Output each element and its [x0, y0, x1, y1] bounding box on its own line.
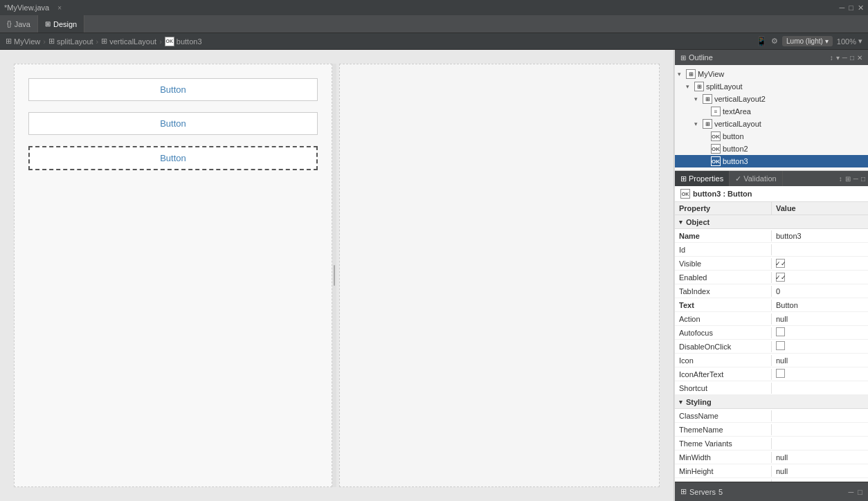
- tab-validation-label: Validation: [743, 174, 777, 183]
- sep3: ›: [159, 37, 162, 46]
- main-container: Button Button Button ⊞ Outline ↕ ▾ ─ □ ✕: [0, 50, 868, 501]
- outline-maximize-icon[interactable]: □: [850, 54, 854, 62]
- prop-enabled-value[interactable]: ✓: [772, 271, 868, 284]
- window-controls: ─ □ ✕: [840, 3, 864, 12]
- tree-button1[interactable]: OK button: [675, 130, 868, 143]
- outline-header: ⊞ Outline ↕ ▾ ─ □ ✕: [675, 50, 868, 65]
- button3[interactable]: Button: [28, 146, 318, 170]
- breadcrumb-vlayout-label: verticalLayout: [109, 37, 156, 46]
- prop-tabindex-value[interactable]: 0: [772, 286, 868, 297]
- prop-themevariants-label: Theme Variants: [675, 438, 772, 449]
- outline-close-icon[interactable]: ✕: [857, 54, 862, 62]
- col-property: Property: [675, 202, 772, 215]
- tab-validation[interactable]: ✓ Validation: [730, 171, 783, 186]
- outline-minimize-icon[interactable]: ─: [842, 54, 847, 62]
- tree-verticallayout[interactable]: ▾ ⊞ verticalLayout: [675, 118, 868, 130]
- mobile-icon[interactable]: 📱: [756, 36, 767, 46]
- tree-button3[interactable]: OK button3: [675, 155, 868, 167]
- button1[interactable]: Button: [28, 78, 318, 101]
- minimize-icon[interactable]: ─: [840, 3, 845, 12]
- tab-properties-label: Properties: [689, 174, 723, 183]
- button2[interactable]: Button: [28, 112, 318, 135]
- tab-design-label: Design: [53, 20, 77, 28]
- props-minimize-icon[interactable]: ─: [853, 175, 858, 183]
- prop-shortcut-label: Shortcut: [675, 383, 772, 394]
- theme-icon[interactable]: ⚙: [771, 37, 778, 46]
- section-object[interactable]: ▾ Object: [675, 215, 868, 229]
- prop-name-value[interactable]: button3: [772, 230, 868, 242]
- breadcrumb-myview[interactable]: ⊞ MyView: [6, 37, 40, 46]
- autofocus-checkbox[interactable]: [776, 327, 785, 336]
- tree-button2[interactable]: OK button2: [675, 143, 868, 155]
- file-close[interactable]: ×: [57, 4, 62, 12]
- prop-themename-value[interactable]: [772, 428, 868, 431]
- prop-name: Name button3: [675, 229, 868, 243]
- prop-classname: ClassName: [675, 409, 868, 423]
- col-value: Value: [772, 202, 868, 215]
- visible-checkbox[interactable]: ✓: [776, 259, 785, 268]
- prop-iconaftertext-label: IconAfterText: [675, 369, 772, 380]
- b3-icon: OK: [711, 156, 721, 166]
- properties-panel: ⊞ Properties ✓ Validation ↕ ⊞ ─ □ OK but…: [675, 170, 868, 482]
- enabled-checkbox[interactable]: ✓: [776, 273, 785, 282]
- prop-text-value[interactable]: Button: [772, 300, 868, 311]
- server-minimize-icon[interactable]: ─: [849, 488, 854, 496]
- maximize-icon[interactable]: □: [849, 3, 853, 12]
- tree-button3-label: button3: [723, 157, 748, 165]
- props-filter-icon[interactable]: ⊞: [845, 175, 851, 183]
- prop-iconaftertext: IconAfterText: [675, 367, 868, 381]
- breadcrumb-splitlayout[interactable]: ⊞ splitLayout: [48, 37, 93, 46]
- prop-visible-value[interactable]: ✓: [772, 257, 868, 270]
- prop-tabindex: TabIndex 0: [675, 284, 868, 298]
- split-handle[interactable]: [332, 64, 336, 487]
- styling-arrow: ▾: [675, 399, 686, 406]
- outline-sort-icon[interactable]: ↕: [830, 54, 833, 62]
- prop-disableonclick-value[interactable]: [772, 340, 868, 353]
- tab-design[interactable]: ⊞ Design: [38, 15, 84, 33]
- split-right-panel: [339, 64, 660, 487]
- splitlayout-icon: ⊞: [694, 82, 704, 91]
- tab-java[interactable]: {} Java: [0, 15, 38, 33]
- iconaftertext-checkbox[interactable]: [776, 369, 785, 378]
- tab-properties[interactable]: ⊞ Properties: [675, 171, 730, 186]
- breadcrumb-button3[interactable]: OK button3: [165, 37, 202, 46]
- prop-classname-label: ClassName: [675, 410, 772, 421]
- section-styling[interactable]: ▾ Styling: [675, 395, 868, 409]
- tree-myview[interactable]: ▾ ⊞ MyView: [675, 68, 868, 80]
- prop-iconaftertext-value[interactable]: [772, 367, 868, 381]
- tree-textarea[interactable]: ≡ textArea: [675, 105, 868, 118]
- props-title: OK button3 : Button: [675, 186, 868, 202]
- myview-icon: ⊞: [686, 69, 696, 79]
- props-tabs: ⊞ Properties ✓ Validation ↕ ⊞ ─ □: [675, 171, 868, 186]
- prop-themename: ThemeName: [675, 423, 868, 437]
- prop-shortcut-value[interactable]: [772, 387, 868, 390]
- prop-action-value[interactable]: null: [772, 313, 868, 325]
- prop-shortcut: Shortcut: [675, 381, 868, 395]
- prop-themevariants-value[interactable]: [772, 442, 868, 445]
- myview-arrow: ▾: [678, 71, 686, 78]
- tab-java-label: Java: [15, 20, 30, 28]
- prop-id-label: Id: [675, 244, 772, 255]
- prop-icon-value[interactable]: null: [772, 355, 868, 366]
- breadcrumb-myview-label: MyView: [14, 37, 40, 46]
- prop-classname-value[interactable]: [772, 415, 868, 417]
- prop-name-label: Name: [675, 230, 772, 242]
- prop-id-value[interactable]: [772, 248, 868, 251]
- zoom-control[interactable]: 100% ▾: [837, 37, 862, 46]
- disableonclick-checkbox[interactable]: [776, 341, 785, 350]
- prop-text-label: Text: [675, 300, 772, 311]
- props-sort-icon[interactable]: ↕: [839, 175, 842, 183]
- servers-icon: ⊞: [680, 487, 687, 496]
- outline-collapse-icon[interactable]: ▾: [836, 54, 840, 62]
- lumo-selector[interactable]: Lumo (light) ▾: [782, 36, 833, 46]
- props-maximize-icon[interactable]: □: [861, 175, 865, 183]
- tree-splitlayout[interactable]: ▾ ⊞ splitLayout: [675, 80, 868, 93]
- prop-autofocus-value[interactable]: [772, 326, 868, 339]
- tree-verticallayout2[interactable]: ▾ ⊞ verticalLayout2: [675, 93, 868, 105]
- breadcrumb-verticallayout[interactable]: ⊞ verticalLayout: [101, 37, 156, 46]
- server-maximize-icon[interactable]: □: [858, 488, 862, 496]
- prop-minheight-value[interactable]: null: [772, 466, 868, 477]
- prop-minwidth-value[interactable]: null: [772, 452, 868, 463]
- close-icon[interactable]: ✕: [858, 3, 864, 12]
- prop-minheight-label: MinHeight: [675, 466, 772, 477]
